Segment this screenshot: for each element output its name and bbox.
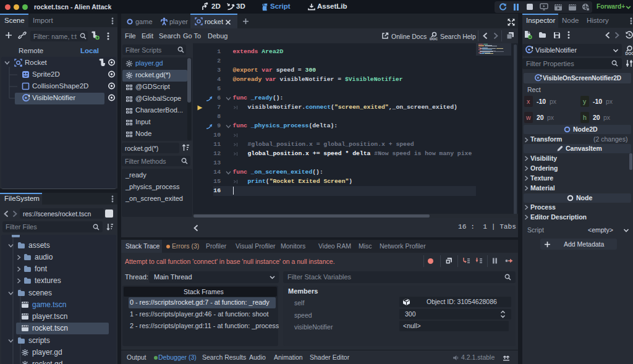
svg-text:DOC: DOC bbox=[430, 37, 438, 41]
svg-text:DOC: DOC bbox=[626, 51, 633, 56]
